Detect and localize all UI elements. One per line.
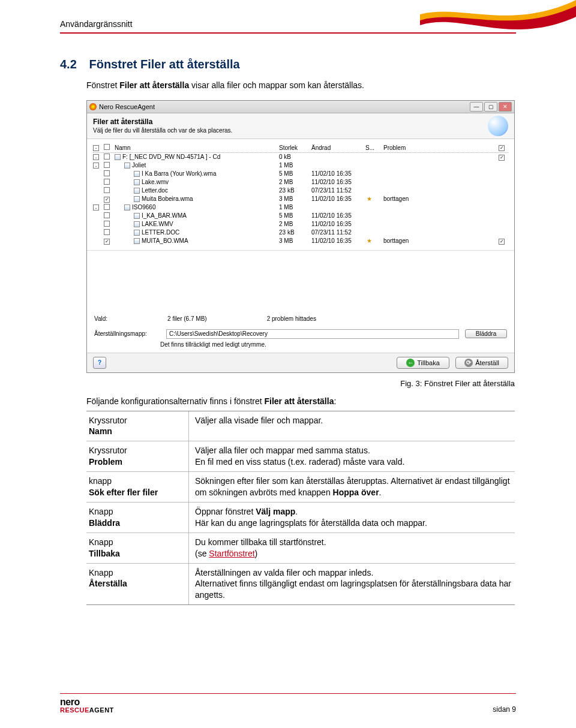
file-name: F: [_NEC DVD_RW ND-4571A ] - Cd xyxy=(122,154,220,160)
config-row: knappSök efter fler filerSökningen efter… xyxy=(86,471,515,502)
maximize-button[interactable]: ▢ xyxy=(484,102,497,112)
config-link[interactable]: Startfönstret xyxy=(209,549,254,558)
config-left: KnappBläddra xyxy=(86,503,188,533)
disc-icon xyxy=(115,154,121,160)
file-row[interactable]: Muita Bobeira.wma3 MB11/02/10 16:35★bort… xyxy=(93,195,508,203)
config-right: Öppnar fönstret Välj mapp.Här kan du ang… xyxy=(188,503,515,533)
file-row[interactable]: LETTER.DOC23 kB07/23/11 11:52 xyxy=(93,228,508,237)
config-right: Du kommer tillbaka till startfönstret.(s… xyxy=(188,533,515,563)
file-row[interactable]: -F: [_NEC DVD_RW ND-4571A ] - Cd0 kB xyxy=(93,153,508,161)
row-checkbox[interactable] xyxy=(104,221,110,227)
row-end-checkbox[interactable] xyxy=(499,155,505,161)
config-right: Återställningen av valda filer och mappa… xyxy=(188,564,515,605)
tree-toggle[interactable]: - xyxy=(93,204,99,210)
section-title: Fönstret Filer att återställa xyxy=(89,58,239,71)
file-modified: 11/02/10 16:35 xyxy=(311,221,363,227)
file-list-headers: - Namn Storlek Ändrad S... Problem xyxy=(93,144,508,153)
file-modified: 07/23/11 11:52 xyxy=(311,187,363,194)
file-name: Muita Bobeira.wma xyxy=(142,195,193,202)
row-checkbox[interactable] xyxy=(104,162,110,168)
checkbox-header[interactable] xyxy=(104,144,110,150)
file-problem: borttagen xyxy=(383,237,431,244)
file-name: Letter.doc xyxy=(142,187,168,194)
file-name: Lake.wmv xyxy=(142,179,169,185)
recovery-path-label: Återställningsmapp: xyxy=(94,330,160,337)
selected-label: Vald: xyxy=(94,315,107,322)
recovery-path-input[interactable] xyxy=(166,329,459,339)
file-row[interactable]: LAKE.WMV2 MB11/02/10 16:35 xyxy=(93,220,508,228)
minimize-button[interactable]: — xyxy=(470,102,483,112)
restore-icon: ⟳ xyxy=(464,359,473,367)
config-row: KryssrutorNamnVäljer alla visade filer o… xyxy=(86,411,515,441)
banner-subtitle: Välj de filer du vill återställa och var… xyxy=(93,127,232,134)
file-size: 1 MB xyxy=(279,204,309,210)
row-checkbox[interactable] xyxy=(104,170,110,176)
file-name: I_KA_BAR.WMA xyxy=(142,212,187,219)
file-size: 0 kB xyxy=(279,154,309,160)
col-s[interactable]: S... xyxy=(365,145,381,151)
file-size: 2 MB xyxy=(279,221,309,227)
file-icon xyxy=(134,179,140,185)
file-size: 23 kB xyxy=(279,229,309,236)
tree-toggle[interactable]: - xyxy=(93,163,99,169)
file-modified: 11/02/10 16:35 xyxy=(311,237,363,244)
file-row[interactable]: I Ka Barra (Your Work).wma5 MB11/02/10 1… xyxy=(93,170,508,178)
file-name: I Ka Barra (Your Work).wma xyxy=(142,170,216,177)
row-checkbox[interactable] xyxy=(104,154,110,160)
checkbox-header-right[interactable] xyxy=(499,145,505,151)
config-left: KnappÅterställa xyxy=(86,564,188,605)
file-size: 5 MB xyxy=(279,212,309,219)
config-left: KryssrutorProblem xyxy=(86,441,188,471)
file-row[interactable]: Letter.doc23 kB07/23/11 11:52 xyxy=(93,186,508,195)
tree-toggle[interactable]: - xyxy=(93,154,99,160)
file-modified: 07/23/11 11:52 xyxy=(311,229,363,236)
problems-found: 2 problem hittades xyxy=(267,315,316,322)
back-button[interactable]: ← Tillbaka xyxy=(397,357,449,369)
browse-button[interactable]: Bläddra xyxy=(465,329,507,338)
file-row[interactable]: Lake.wmv2 MB11/02/10 16:35 xyxy=(93,178,508,186)
section-heading: 4.2 Fönstret Filer att återställa xyxy=(60,58,516,71)
restore-button[interactable]: ⟳ Återställ xyxy=(455,357,508,369)
file-size: 5 MB xyxy=(279,170,309,177)
config-table: KryssrutorNamnVäljer alla visade filer o… xyxy=(86,411,515,606)
row-checkbox[interactable] xyxy=(104,187,110,193)
file-icon xyxy=(134,171,140,177)
row-checkbox[interactable] xyxy=(104,197,110,203)
config-left: KryssrutorNamn xyxy=(86,411,188,441)
file-name: ISO9660 xyxy=(132,204,155,210)
config-right: Väljer alla filer och mappar med samma s… xyxy=(188,441,515,471)
row-end-checkbox[interactable] xyxy=(499,239,505,245)
file-row[interactable]: -ISO96601 MB xyxy=(93,203,508,212)
row-checkbox[interactable] xyxy=(104,204,110,210)
file-row[interactable]: MUITA_BO.WMA3 MB11/02/10 16:35★borttagen xyxy=(93,237,508,245)
screenshot-window: Nero RescueAgent — ▢ ✕ Filer att återstä… xyxy=(86,100,515,373)
file-row[interactable]: -Joliet1 MB xyxy=(93,161,508,170)
window-titlebar: Nero RescueAgent — ▢ ✕ xyxy=(87,101,514,113)
section-number: 4.2 xyxy=(60,58,86,71)
file-problem: borttagen xyxy=(383,195,431,202)
free-space-note: Det finns tillräckligt med ledigt utrymm… xyxy=(87,340,514,353)
col-name[interactable]: Namn xyxy=(115,145,277,151)
file-modified: 11/02/10 16:35 xyxy=(311,212,363,219)
file-size: 3 MB xyxy=(279,237,309,244)
col-problem[interactable]: Problem xyxy=(383,145,431,151)
help-button[interactable]: ? xyxy=(93,357,106,369)
file-name: LAKE.WMV xyxy=(142,221,173,227)
row-checkbox[interactable] xyxy=(104,179,110,185)
file-name: MUITA_BO.WMA xyxy=(142,237,188,244)
row-checkbox[interactable] xyxy=(104,212,110,218)
file-row[interactable]: I_KA_BAR.WMA5 MB11/02/10 16:35 xyxy=(93,212,508,220)
app-icon xyxy=(89,103,97,110)
row-checkbox[interactable] xyxy=(104,239,110,245)
row-checkbox[interactable] xyxy=(104,229,110,235)
close-button[interactable]: ✕ xyxy=(499,102,512,112)
config-left: KnappTillbaka xyxy=(86,533,188,563)
config-row: KnappTillbakaDu kommer tillbaka till sta… xyxy=(86,533,515,563)
config-right: Sökningen efter filer som kan återställa… xyxy=(188,472,515,502)
config-intro: Följande konfigurationsalternativ finns … xyxy=(86,396,516,406)
col-modified[interactable]: Ändrad xyxy=(311,145,363,151)
tree-toggle-root[interactable]: - xyxy=(93,145,99,151)
assistant-avatar xyxy=(488,116,508,136)
file-icon xyxy=(134,213,140,219)
col-size[interactable]: Storlek xyxy=(279,145,309,151)
